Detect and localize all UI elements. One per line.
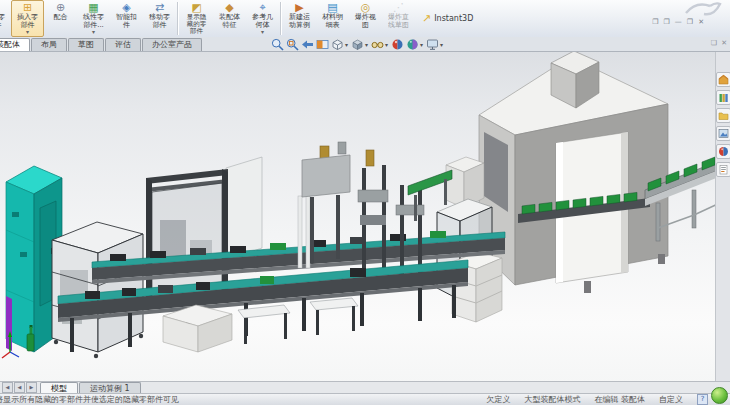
- file-explorer-icon[interactable]: [716, 108, 730, 123]
- dropdown-arrow-icon[interactable]: ▾: [345, 41, 348, 48]
- minimize-icon[interactable]: —: [675, 18, 682, 26]
- ribbon-separator: [280, 2, 282, 35]
- window-icon-b[interactable]: ❐: [664, 18, 670, 26]
- button-label: 爆炸视 图: [355, 14, 376, 29]
- tab-assembly[interactable]: 装配体: [0, 38, 30, 51]
- task-pane-strip: [715, 52, 730, 383]
- ribbon-button-new-motion-study[interactable]: ▶ 新建运 动算例: [283, 0, 316, 37]
- dassault-systemes-logo: [680, 0, 726, 17]
- view-settings-icon[interactable]: [426, 38, 439, 51]
- status-large-assembly-mode: 大型装配体模式: [524, 394, 580, 405]
- floor-white-box[interactable]: [163, 305, 232, 352]
- assembly-model-scene[interactable]: [0, 52, 730, 383]
- status-editing-assembly: 在编辑 装配体: [594, 394, 645, 405]
- button-label: 插入零 部件: [17, 14, 38, 29]
- ribbon-button-assembly-features[interactable]: ◆ 装配体 特征: [213, 0, 246, 37]
- ribbon-button-smart-fasteners[interactable]: ◈ 智能扣 件: [110, 0, 143, 37]
- tab-scroll-next-icon[interactable]: ▶: [26, 382, 37, 393]
- button-label: 配合: [54, 14, 68, 22]
- tab-scroll-first-icon[interactable]: ◀: [2, 382, 13, 393]
- close-icon[interactable]: ✕: [698, 18, 704, 26]
- ribbon-button-explode-line-sketch[interactable]: ⋰ 爆炸直 线草图: [382, 0, 415, 37]
- taskpane-top-controls: ❏ ✕: [711, 39, 727, 47]
- dropdown-arrow-icon[interactable]: ▾: [365, 41, 368, 48]
- tab-sketch[interactable]: 草图: [68, 38, 104, 51]
- status-defined-state: 欠定义: [486, 394, 510, 405]
- status-bar: 将显示所有隐藏的零部件并使选定的隐藏零部件可见 欠定义 大型装配体模式 在编辑 …: [0, 393, 730, 405]
- dropdown-arrow-icon[interactable]: ▾: [26, 29, 29, 34]
- zoom-to-area-icon[interactable]: [286, 38, 299, 51]
- previous-view-icon[interactable]: [301, 38, 314, 51]
- taskpane-expand-icon[interactable]: ❏: [711, 39, 717, 47]
- apply-scene-icon[interactable]: [406, 38, 419, 51]
- edit-appearance-icon[interactable]: [391, 38, 404, 51]
- ribbon-button-reference-geometry[interactable]: ⌖ 参考几 何体 ▾: [246, 0, 279, 37]
- zoom-to-fit-icon[interactable]: [271, 38, 284, 51]
- section-view-icon[interactable]: [316, 38, 329, 51]
- window-controls: ❐ ❐ — ❐ ✕: [652, 18, 704, 26]
- help-sphere-icon[interactable]: [711, 387, 728, 404]
- dropdown-arrow-icon[interactable]: ▾: [385, 41, 388, 48]
- button-label: 爆炸直 线草图: [388, 14, 409, 29]
- ribbon-button-show-hidden-components[interactable]: ◩ 显示隐 藏的零 部件: [180, 0, 213, 37]
- graphics-viewport[interactable]: [0, 52, 730, 383]
- dropdown-arrow-icon[interactable]: ▾: [92, 29, 95, 34]
- custom-properties-icon[interactable]: [716, 162, 730, 177]
- command-manager-tabs: 装配体 布局 草图 评估 办公室产品 ▾ ▾ ▾ ▾ ▾ ❏ ✕: [0, 37, 730, 52]
- ribbon-button-linear-component-pattern[interactable]: ▦ 线性零 部件... ▾: [77, 0, 110, 37]
- ribbon-tab-strip: 装配体 布局 草图 评估 办公室产品: [0, 38, 203, 51]
- ribbon-button-bill-of-materials[interactable]: ▤ 材料明 细表: [316, 0, 349, 37]
- tab-scroll-buttons: ◀ ◀ ▶: [2, 382, 37, 393]
- status-units[interactable]: 自定义: [659, 394, 683, 405]
- button-label: 线性零 部件...: [83, 14, 104, 29]
- button-label: 新建运 动算例: [289, 14, 310, 29]
- ribbon-button-instant3d[interactable]: ↗ Instant3D: [415, 0, 480, 37]
- purple-stripe: [6, 296, 12, 351]
- status-message: 将显示所有隐藏的零部件并使选定的隐藏零部件可见: [0, 394, 179, 405]
- status-right-group: 欠定义 大型装配体模式 在编辑 装配体 自定义 ?: [486, 394, 730, 405]
- view-orientation-icon[interactable]: [331, 38, 344, 51]
- button-label: 移动零 部件: [149, 14, 170, 29]
- hide-show-items-icon[interactable]: [371, 38, 384, 51]
- button-label: Instant3D: [434, 15, 473, 23]
- tab-scroll-prev-icon[interactable]: ◀: [14, 382, 25, 393]
- tab-office-products[interactable]: 办公室产品: [142, 38, 202, 51]
- button-label: 材料明 细表: [322, 14, 343, 29]
- button-label: 智能扣 件: [116, 14, 137, 29]
- ribbon-button-mate[interactable]: ⊕ 配合: [44, 0, 77, 37]
- button-label: 参考几 何体: [252, 14, 273, 29]
- tab-evaluate[interactable]: 评估: [105, 38, 141, 51]
- solidworks-resources-icon[interactable]: [716, 72, 730, 87]
- button-label: 显示隐 藏的零 部件: [187, 14, 207, 34]
- tab-layout[interactable]: 布局: [31, 38, 67, 51]
- restore-icon[interactable]: ❐: [687, 18, 693, 26]
- ribbon-button-move-component[interactable]: ⇄ 移动零 部件: [143, 0, 176, 37]
- design-library-icon[interactable]: [716, 90, 730, 105]
- work-tables[interactable]: [238, 298, 358, 344]
- button-label: 装配体 特征: [219, 14, 240, 29]
- solidworks-window: { "app": { "brand_logo": "DS", "window_c…: [0, 0, 730, 405]
- appearances-scenes-icon[interactable]: [716, 144, 730, 159]
- ribbon-separator: [177, 2, 179, 35]
- button-label: 编辑零 部件: [0, 14, 5, 29]
- ribbon-button-edit-component[interactable]: ◧ 编辑零 部件: [0, 0, 11, 37]
- command-manager-ribbon: ◧ 编辑零 部件 ⊞ 插入零 部件 ▾ ⊕ 配合 ▦ 线性零 部件... ▾ ◈…: [0, 0, 730, 38]
- instant3d-icon: ↗: [422, 13, 431, 25]
- dropdown-arrow-icon[interactable]: ▾: [440, 41, 443, 48]
- window-icon-a[interactable]: ❐: [652, 18, 658, 26]
- display-style-icon[interactable]: [351, 38, 364, 51]
- heads-up-view-toolbar: ▾ ▾ ▾ ▾ ▾: [271, 37, 444, 51]
- ribbon-button-insert-components[interactable]: ⊞ 插入零 部件 ▾: [11, 0, 44, 37]
- taskpane-close-icon[interactable]: ✕: [721, 39, 727, 47]
- view-palette-icon[interactable]: [716, 126, 730, 141]
- dropdown-arrow-icon[interactable]: ▾: [261, 29, 264, 34]
- ribbon-button-exploded-view[interactable]: ◎ 爆炸视 图: [349, 0, 382, 37]
- help-icon[interactable]: ?: [697, 394, 708, 405]
- dropdown-arrow-icon[interactable]: ▾: [420, 41, 423, 48]
